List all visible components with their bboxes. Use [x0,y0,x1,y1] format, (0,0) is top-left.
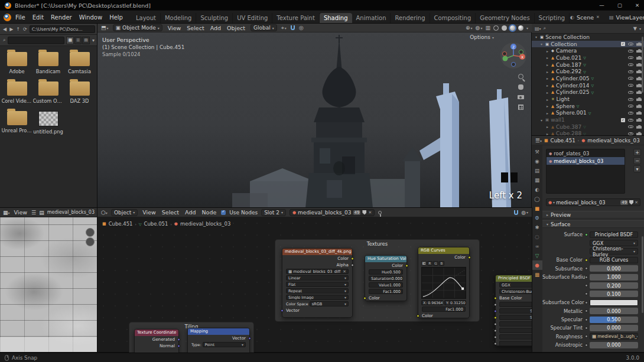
file-item-camtasia[interactable]: Camtasia [64,52,95,74]
properties-scrollbar[interactable] [642,236,643,313]
workspace-tab-shading[interactable]: Shading [320,13,352,24]
breadcrumb-object[interactable]: Cube.451 [551,138,575,144]
slot-specials-button[interactable]: ▾ [633,165,641,172]
rgb-curves-node[interactable]: RGB Curves Color CRGB X: 0.96364 Y: 0.31… [418,247,470,318]
curve-x-field[interactable]: X: 0.96364 [421,300,443,305]
properties-tab-tool[interactable]: ⚒ [532,147,542,156]
hide-viewport-icon[interactable] [628,112,633,115]
blender-menu-icon[interactable] [4,14,11,21]
pin-icon[interactable] [378,211,382,214]
workspace-tab-modeling[interactable]: Modeling [161,13,197,24]
hide-viewport-icon[interactable] [628,119,633,122]
outliner-row-cube-187[interactable]: ▸▲Cube.187▽ [532,61,644,69]
shader-type-dropdown[interactable]: Object ▾ [111,209,138,216]
hide-viewport-icon[interactable] [628,70,633,73]
subsurface-method-dropdown[interactable]: Christensen-Burley▾ [499,289,532,294]
color-output-socket[interactable] [405,264,408,267]
image-editor-icon[interactable]: ▦▾ [3,210,10,216]
properties-tab-texture[interactable]: ▩ [532,270,542,279]
slot-dropdown[interactable]: Slot 2▾ [261,209,286,216]
hsv-slider-hue[interactable]: Hue0.500 [369,269,403,275]
property-slider[interactable]: 0.100 [590,291,638,297]
scene-unlink-icon[interactable]: ✕ [596,15,600,19]
hide-viewport-icon[interactable] [628,43,633,45]
show-gizmo-icon[interactable]: ⊕▾ [466,25,473,31]
texture-preview[interactable] [0,217,97,353]
file-item-daz-3d[interactable]: DAZ 3D [64,81,95,104]
hide-viewport-icon[interactable] [628,63,633,66]
workspace-tab-compositing[interactable]: Compositing [430,13,476,24]
options-dropdown[interactable]: Options▾ [470,34,494,40]
scene-selector[interactable]: Scene [577,14,594,21]
property-image-field[interactable]: ▦medieval_b..ugh_4k.png✕ [590,333,638,340]
forward-icon[interactable]: ▶ [9,27,14,32]
menu-file[interactable]: File [12,13,29,22]
expand-icon[interactable]: ▸ [545,56,549,60]
parent-dir-icon[interactable]: ↑ [15,27,21,32]
expand-icon[interactable]: ▸ [545,97,549,102]
file-item-corel-videost[interactable]: Corel VideoSt... [1,81,32,104]
image-browse-icon[interactable]: ▤ [39,210,44,216]
hide-viewport-icon[interactable] [628,132,633,135]
zoom-icon[interactable] [518,74,523,79]
outliner-filter-dropdown-icon[interactable]: ▾ [639,27,641,31]
unlink-material-icon[interactable]: ✕ [368,210,372,215]
disable-render-icon[interactable] [636,77,642,80]
expand-icon[interactable]: ▸ [545,83,549,87]
proportional-edit-icon[interactable]: ◎ [299,25,304,31]
disable-render-icon[interactable] [636,111,642,115]
material-name-field[interactable]: medieval_blocks_03 [556,200,619,206]
expand-icon[interactable]: ▸ [545,125,549,129]
input-socket[interactable] [494,342,497,345]
expand-icon[interactable]: ▸ [545,63,549,67]
channel-button-b[interactable]: B [439,261,444,266]
shader-menu-node[interactable]: Node [200,209,217,216]
checkbox-icon[interactable]: ✓ [621,118,625,122]
outliner-row-cylinder-025[interactable]: ▸▲Cylinder.025▽ [532,89,644,96]
color-swatch[interactable] [590,299,638,306]
expand-icon[interactable]: ▾ [539,118,544,122]
generated-output-socket[interactable] [177,338,180,341]
fake-user-shield-icon[interactable] [629,200,633,205]
use-nodes-checkbox[interactable] [221,210,226,215]
image-name-field[interactable]: medieval_blocks_03 [47,210,95,215]
interpolation-dropdown[interactable]: Linear▾ [286,275,349,281]
close-button[interactable]: ✕ [635,2,639,8]
workspace-tab-animation[interactable]: Animation [352,13,391,24]
mode-dropdown[interactable]: ▣ Object Mode ▾ [113,24,162,31]
properties-tab-render[interactable]: ◉ [532,156,542,166]
normal-output-socket[interactable] [177,344,180,347]
node-snap-icon[interactable] [514,210,518,215]
viewport-menu-object[interactable]: Object [226,25,246,31]
shader-users-count[interactable]: 49 [353,210,361,215]
property-dropdown[interactable]: Christensen-Burley▾ [590,248,638,255]
properties-tab-particles[interactable]: ✱ [532,223,542,232]
toggle-ortho-icon[interactable] [518,105,523,110]
back-icon[interactable]: ◀ [2,27,7,32]
disable-render-icon[interactable] [636,84,642,87]
outliner-row-cube-292[interactable]: ▸▲Cube.292▽ [532,68,644,75]
xray-icon[interactable]: ▥ [485,25,490,31]
material-browse-icon[interactable]: ● [548,200,552,205]
workspace-tab-layout[interactable]: Layout [132,13,161,24]
expand-icon[interactable]: ▸ [545,132,549,136]
outliner-row-scene-collection[interactable]: ▾ ▣ Scene Collection [532,34,644,41]
shader-menu-add[interactable]: Add [184,209,197,216]
property-slider[interactable]: 1.000 [590,274,638,281]
shading-solid-icon[interactable] [502,25,507,31]
disable-render-icon[interactable] [636,90,642,94]
properties-tab-object[interactable]: ■ [532,204,542,213]
outliner-row-sphere[interactable]: ▸▲Sphere▽ [532,103,644,110]
extension-dropdown[interactable]: Repeat▾ [286,288,349,293]
node-canvas[interactable]: ■ Cube.451 › ▽ Cube.051 › ● medieval_blo… [97,217,532,353]
properties-tab-output[interactable]: ▤ [532,166,542,175]
image-view-menu[interactable]: View [13,209,29,216]
property-slider[interactable]: 0.000 [590,342,638,348]
input-socket[interactable] [494,335,497,338]
property-button[interactable]: Principled BSDF [590,231,638,238]
curve-point[interactable] [461,288,464,290]
expand-icon[interactable]: ▸ [545,49,549,53]
outliner-row-collection[interactable]: ▾▣Collection✓ [532,41,644,48]
viewport-3d[interactable]: ⬒▾ ▣ Object Mode ▾ ViewSelectAddObject G… [97,24,532,208]
snap-magnet-icon[interactable] [291,25,295,30]
